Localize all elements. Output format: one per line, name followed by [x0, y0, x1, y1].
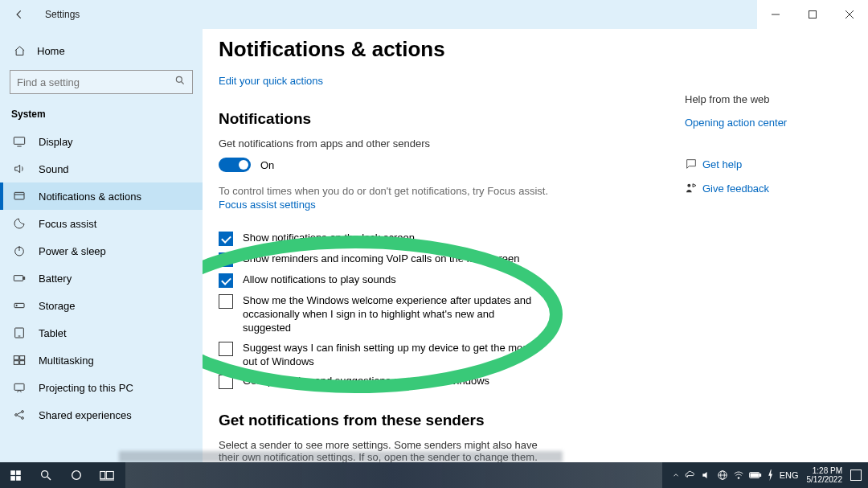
sidebar-item-multitasking[interactable]: Multitasking — [0, 347, 203, 374]
tray-language[interactable]: ENG — [780, 470, 799, 480]
svg-point-43 — [738, 478, 739, 479]
svg-line-27 — [17, 416, 21, 418]
sidebar-item-power[interactable]: Power & sleep — [0, 237, 203, 265]
check-label: Show reminders and incoming VoIP calls o… — [243, 252, 519, 266]
sidebar-item-label: Multitasking — [39, 355, 94, 367]
check-setup-suggest[interactable]: Suggest ways I can finish setting up my … — [219, 342, 540, 369]
sidebar-item-sound[interactable]: Sound — [0, 155, 203, 182]
svg-point-4 — [176, 76, 182, 82]
checkbox[interactable] — [219, 252, 233, 267]
help-link-action-center[interactable]: Opening action center — [685, 117, 845, 129]
tray-clock[interactable]: 1:28 PM 5/12/2022 — [804, 466, 846, 484]
svg-rect-12 — [14, 276, 23, 281]
task-view-button[interactable] — [92, 462, 122, 488]
maximize-button[interactable] — [794, 0, 831, 29]
sidebar-home[interactable]: Home — [0, 39, 203, 64]
search-input-wrap[interactable] — [10, 70, 193, 94]
cortana-button[interactable] — [61, 462, 92, 488]
check-lock-screen[interactable]: Show notifications on the lock screen — [219, 232, 540, 246]
tray-date: 5/12/2022 — [807, 475, 843, 484]
main-panel: Notifications & actions Edit your quick … — [203, 29, 868, 462]
tray-action-center[interactable] — [850, 470, 862, 481]
check-tips[interactable]: Get tips, tricks, and suggestions as you… — [219, 375, 540, 389]
checkbox[interactable] — [219, 273, 233, 288]
home-icon — [11, 45, 27, 57]
titlebar: Settings — [0, 0, 868, 29]
feedback-icon — [685, 182, 702, 195]
notifications-toggle[interactable] — [219, 158, 251, 172]
sidebar-item-label: Power & sleep — [39, 245, 106, 257]
svg-point-28 — [687, 184, 690, 187]
checkbox[interactable] — [219, 375, 233, 389]
check-reminders[interactable]: Show reminders and incoming VoIP calls o… — [219, 252, 540, 267]
svg-rect-8 — [14, 192, 24, 199]
taskbar-apps-area — [125, 462, 662, 488]
svg-rect-19 — [20, 356, 25, 360]
sidebar-item-storage[interactable]: Storage — [0, 292, 203, 319]
back-button[interactable] — [8, 3, 31, 26]
sidebar-item-label: Focus assist — [39, 218, 96, 230]
check-label: Suggest ways I can finish setting up my … — [243, 342, 540, 369]
toggle-label: On — [260, 159, 274, 171]
tray-battery-icon[interactable] — [749, 470, 762, 480]
edit-quick-actions-link[interactable]: Edit your quick actions — [219, 75, 323, 87]
sidebar-item-display[interactable]: Display — [0, 128, 203, 155]
svg-line-5 — [182, 82, 184, 84]
sidebar-item-projecting[interactable]: Projecting to this PC — [0, 374, 203, 401]
sidebar-item-label: Shared experiences — [39, 409, 132, 421]
svg-rect-21 — [20, 361, 25, 365]
svg-rect-46 — [751, 474, 758, 477]
svg-point-24 — [22, 411, 24, 413]
checkbox[interactable] — [219, 294, 233, 309]
tray-chevron-icon[interactable] — [672, 471, 680, 479]
taskbar: ENG 1:28 PM 5/12/2022 — [0, 462, 868, 488]
sidebar-item-label: Tablet — [39, 327, 67, 339]
svg-rect-22 — [14, 383, 24, 390]
svg-rect-6 — [14, 137, 24, 145]
checkbox[interactable] — [219, 342, 233, 356]
svg-rect-31 — [16, 470, 21, 475]
tray-charging-icon[interactable] — [767, 470, 775, 481]
get-notifications-text: Get notifications from apps and other se… — [219, 137, 556, 150]
svg-point-23 — [15, 414, 18, 416]
svg-rect-33 — [16, 476, 21, 481]
sidebar-item-label: Storage — [39, 300, 76, 312]
page-title: Notifications & actions — [219, 37, 868, 62]
tray-volume-icon[interactable] — [701, 470, 712, 481]
multitasking-icon — [11, 354, 27, 367]
svg-point-15 — [16, 305, 17, 306]
svg-line-26 — [17, 412, 21, 415]
svg-rect-37 — [100, 472, 105, 479]
feedback-label: Give feedback — [702, 182, 769, 195]
tray-time: 1:28 PM — [813, 466, 842, 475]
focus-assist-text: To control times when you do or don't ge… — [219, 185, 556, 197]
tray-onedrive-icon[interactable] — [685, 470, 696, 481]
tray-network-icon[interactable] — [717, 470, 728, 481]
search-icon — [174, 75, 186, 89]
sidebar-item-focus-assist[interactable]: Focus assist — [0, 210, 203, 237]
check-welcome[interactable]: Show me the Windows welcome experience a… — [219, 294, 540, 335]
sidebar-item-notifications[interactable]: Notifications & actions — [0, 182, 203, 210]
svg-line-35 — [47, 477, 51, 480]
battery-icon — [11, 272, 27, 285]
give-feedback-link[interactable]: Give feedback — [685, 182, 845, 195]
sidebar-item-shared[interactable]: Shared experiences — [0, 401, 203, 429]
display-icon — [11, 135, 27, 148]
checkbox[interactable] — [219, 232, 233, 246]
sidebar-item-label: Projecting to this PC — [39, 382, 133, 394]
check-label: Show me the Windows welcome experience a… — [243, 294, 540, 335]
get-help-link[interactable]: Get help — [685, 158, 845, 170]
sidebar-item-label: Battery — [39, 273, 72, 285]
projecting-icon — [11, 381, 27, 394]
minimize-button[interactable] — [757, 0, 794, 29]
sidebar-item-tablet[interactable]: Tablet — [0, 319, 203, 347]
check-sounds[interactable]: Allow notifications to play sounds — [219, 273, 540, 288]
tray-wifi-icon[interactable] — [733, 470, 744, 481]
search-button[interactable] — [31, 462, 61, 488]
start-button[interactable] — [0, 462, 31, 488]
close-button[interactable] — [831, 0, 868, 29]
search-input[interactable] — [17, 76, 174, 88]
power-icon — [11, 244, 27, 257]
svg-point-36 — [72, 471, 81, 480]
sidebar-item-battery[interactable]: Battery — [0, 265, 203, 292]
